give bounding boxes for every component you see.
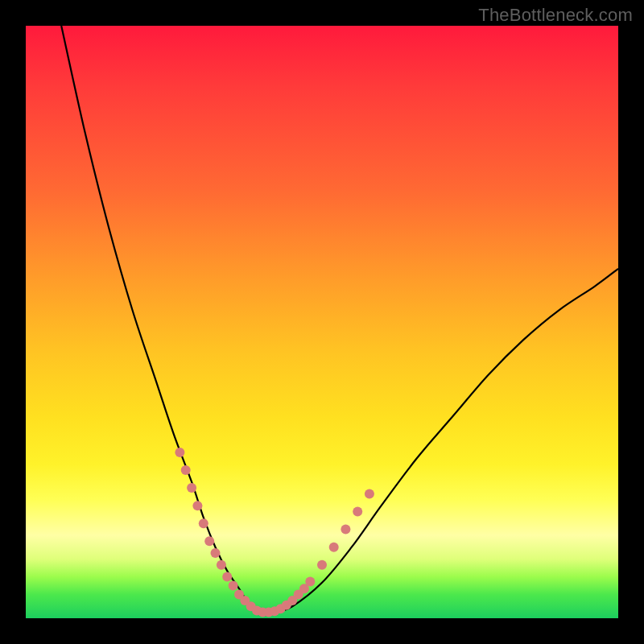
figure-frame: TheBottleneck.com <box>0 0 644 644</box>
highlight-dots <box>175 448 374 617</box>
highlight-dot <box>192 501 202 510</box>
highlight-dot <box>211 548 221 558</box>
highlight-dot <box>217 560 226 570</box>
highlight-dot <box>181 465 191 475</box>
highlight-dot <box>341 525 350 535</box>
highlight-dot <box>187 483 196 493</box>
bottleneck-curve <box>61 26 618 613</box>
highlight-dot <box>229 581 238 591</box>
highlight-dot <box>305 576 315 586</box>
highlight-dot <box>365 489 374 498</box>
highlight-dot <box>199 518 208 528</box>
watermark-text: TheBottleneck.com <box>478 5 633 26</box>
highlight-dot <box>175 448 184 457</box>
highlight-dot <box>204 536 214 546</box>
highlight-dot <box>222 572 232 582</box>
highlight-dot <box>353 507 362 517</box>
bottleneck-curve-svg <box>26 26 618 618</box>
highlight-dot <box>317 560 327 570</box>
plot-area <box>26 26 618 618</box>
highlight-dot <box>329 543 339 552</box>
